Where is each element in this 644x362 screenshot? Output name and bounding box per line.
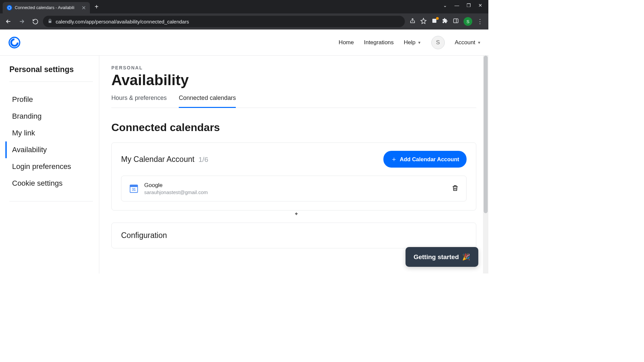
sidebar-title: Personal settings — [9, 65, 93, 74]
calendar-account-row: 31 Google sarauhjonastest@gmail.com — [121, 176, 467, 201]
extensions-icon[interactable] — [442, 18, 448, 25]
nav-help[interactable]: Help▼ — [404, 39, 421, 46]
tabs: Hours & preferences Connected calendars — [111, 95, 476, 108]
calendly-favicon — [7, 5, 12, 10]
nav-integrations[interactable]: Integrations — [364, 39, 394, 46]
bookmark-star-icon[interactable] — [420, 18, 427, 25]
tabs-dropdown-icon[interactable]: ⌄ — [443, 3, 447, 8]
divider — [9, 81, 93, 82]
extensions-badge-icon[interactable] — [431, 18, 437, 25]
tab-title: Connected calendars - Availabili — [15, 5, 79, 10]
sidebar-item-profile[interactable]: Profile — [5, 91, 93, 108]
vertical-scrollbar[interactable] — [483, 56, 488, 274]
delete-account-button[interactable] — [451, 184, 459, 193]
getting-started-widget[interactable]: Getting started 🎉 — [406, 247, 478, 267]
close-tab-icon[interactable]: ✕ — [82, 5, 86, 11]
section-title: Connected calendars — [111, 121, 476, 134]
plus-icon: ＋ — [391, 155, 397, 164]
divider — [9, 201, 93, 201]
maximize-window-icon[interactable]: ❐ — [467, 3, 471, 8]
scrollbar-thumb[interactable] — [484, 56, 488, 213]
sidebar-item-availability[interactable]: Availability — [5, 141, 93, 158]
lock-icon — [48, 19, 52, 24]
breadcrumb-eyebrow: PERSONAL — [111, 65, 476, 70]
party-popper-icon: 🎉 — [462, 253, 470, 261]
chevron-down-icon: ▼ — [477, 41, 481, 45]
nav-account[interactable]: Account▼ — [455, 39, 481, 46]
reload-button[interactable] — [30, 16, 41, 27]
svg-point-0 — [8, 6, 11, 9]
address-bar[interactable]: calendly.com/app/personal/availability/c… — [43, 16, 405, 27]
calendly-logo[interactable] — [7, 36, 21, 50]
svg-text:31: 31 — [132, 188, 136, 191]
tab-connected-calendars[interactable]: Connected calendars — [179, 95, 236, 108]
sidebar: Personal settings Profile Branding My li… — [0, 56, 99, 274]
url-text: calendly.com/app/personal/availability/c… — [56, 19, 189, 24]
account-count: 1/6 — [199, 156, 208, 164]
config-title: Configuration — [121, 231, 467, 240]
tab-hours-preferences[interactable]: Hours & preferences — [111, 95, 167, 108]
share-icon[interactable] — [410, 18, 416, 25]
user-avatar[interactable]: S — [431, 36, 445, 49]
sidebar-item-cookie-settings[interactable]: Cookie settings — [5, 175, 93, 192]
new-tab-button[interactable]: + — [90, 3, 103, 11]
nav-home[interactable]: Home — [339, 39, 354, 46]
chevron-down-icon: ▼ — [418, 41, 421, 45]
card-title: My Calendar Account — [121, 155, 195, 164]
svg-rect-1 — [432, 19, 436, 23]
sidebar-item-my-link[interactable]: My link — [5, 125, 93, 141]
svg-rect-2 — [453, 19, 458, 23]
sidebar-item-login-preferences[interactable]: Login preferences — [5, 158, 93, 175]
page-title: Availability — [111, 72, 476, 88]
chrome-menu-icon[interactable]: ⋮ — [477, 18, 483, 25]
sidebar-item-branding[interactable]: Branding — [5, 108, 93, 125]
close-window-icon[interactable]: ✕ — [478, 3, 482, 8]
minimize-window-icon[interactable]: ― — [454, 3, 459, 8]
account-email: sarauhjonastest@gmail.com — [144, 189, 208, 195]
chrome-profile-avatar[interactable]: S — [464, 17, 472, 26]
app-header: Home Integrations Help▼ S Account▼ — [0, 29, 488, 56]
svg-rect-6 — [130, 185, 138, 187]
mouse-cursor: ⌖ — [295, 211, 298, 217]
back-button[interactable] — [3, 16, 14, 27]
configuration-card: Configuration — [111, 223, 476, 248]
main-content: PERSONAL Availability Hours & preference… — [99, 56, 488, 274]
calendar-account-card: My Calendar Account 1/6 ＋ Add Calendar A… — [111, 142, 476, 210]
provider-name: Google — [144, 182, 208, 189]
side-panel-icon[interactable] — [453, 18, 459, 25]
add-calendar-account-button[interactable]: ＋ Add Calendar Account — [383, 151, 467, 168]
forward-button[interactable] — [16, 16, 28, 27]
google-calendar-icon: 31 — [129, 184, 139, 194]
browser-tab[interactable]: Connected calendars - Availabili ✕ — [3, 2, 90, 13]
